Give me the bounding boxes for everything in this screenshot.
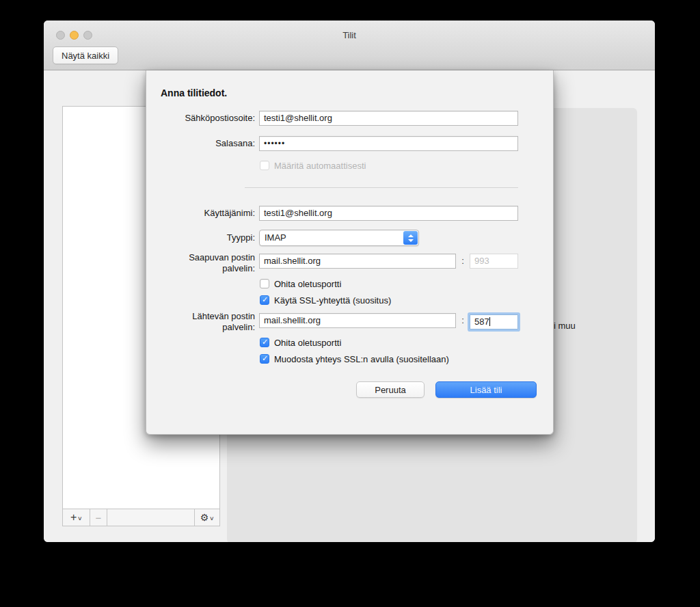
action-menu-button[interactable]: ⚙∨ [194, 509, 219, 526]
incoming-ssl-checkbox[interactable] [260, 295, 269, 305]
outgoing-server-value: mail.shellit.org [264, 315, 321, 325]
outgoing-port-input[interactable]: 587 [470, 314, 518, 329]
auto-config-label: Määritä automaattisesti [274, 161, 366, 171]
outgoing-server-input[interactable]: mail.shellit.org [259, 313, 456, 328]
outgoing-override-checkbox[interactable] [260, 338, 269, 347]
incoming-server-input[interactable]: mail.shellit.org [259, 254, 456, 269]
screen-background: Tilit Näytä kaikki +∨ − ⚙∨ i muu [0, 0, 700, 607]
title-bar: Tilit Näytä kaikki [44, 21, 655, 70]
incoming-override-row: Ohita oletusportti [260, 278, 341, 289]
incoming-server-value: mail.shellit.org [264, 256, 321, 266]
gear-icon: ⚙ [200, 512, 209, 523]
chevron-down-icon: ∨ [77, 515, 83, 522]
outgoing-port-colon: : [459, 313, 466, 328]
incoming-port-colon: : [459, 254, 466, 269]
cancel-button[interactable]: Peruuta [356, 381, 425, 398]
toolbar-spacer [107, 509, 194, 526]
outgoing-port-value: 587 [474, 316, 489, 327]
plus-icon: + [70, 511, 77, 524]
chevron-down-icon: ∨ [209, 515, 215, 522]
username-label: Käyttäjänimi: [146, 206, 255, 221]
sheet-title: Anna tilitiedot. [161, 87, 227, 98]
add-account-button[interactable]: +∨ [63, 509, 90, 526]
outgoing-ssl-label: Muodosta yhteys SSL:n avulla (suositella… [274, 354, 449, 364]
partial-occluded-text: i muu [554, 321, 576, 331]
email-input[interactable]: testi1@shellit.org [259, 111, 518, 126]
password-value: •••••• [264, 139, 285, 148]
password-label: Salasana: [146, 136, 255, 151]
outgoing-ssl-row: Muodosta yhteys SSL:n avulla (suositella… [260, 353, 449, 364]
popup-stepper-icon [403, 231, 418, 245]
account-setup-sheet: Anna tilitiedot. Sähköpostiosoite: testi… [146, 70, 554, 435]
password-input[interactable]: •••••• [259, 136, 518, 151]
incoming-server-label: Saapuvan postin palvelin: [146, 252, 255, 274]
content-area: +∨ − ⚙∨ i muu Anna tilitiedot. Sähköpost… [44, 70, 655, 542]
accounts-list-toolbar: +∨ − ⚙∨ [62, 509, 220, 526]
minus-icon: − [96, 512, 102, 524]
incoming-ssl-label: Käytä SSL-yhteyttä (suositus) [274, 295, 391, 306]
accounts-window: Tilit Näytä kaikki +∨ − ⚙∨ i muu [44, 21, 655, 542]
outgoing-override-label: Ohita oletusportti [274, 338, 341, 348]
account-type-value: IMAP [265, 232, 286, 243]
username-value: testi1@shellit.org [264, 208, 332, 218]
outgoing-server-label: Lähtevän postin palvelin: [146, 311, 255, 333]
incoming-ssl-row: Käytä SSL-yhteyttä (suositus) [260, 295, 391, 306]
type-label: Tyyppi: [146, 230, 255, 245]
section-divider [245, 187, 518, 188]
auto-config-checkbox [260, 161, 269, 170]
add-account-submit-button[interactable]: Lisää tili [435, 381, 537, 398]
username-input[interactable]: testi1@shellit.org [259, 206, 518, 221]
window-title: Tilit [44, 30, 655, 40]
email-value: testi1@shellit.org [264, 113, 332, 123]
incoming-override-checkbox[interactable] [260, 279, 269, 288]
outgoing-override-row: Ohita oletusportti [260, 337, 341, 348]
incoming-port-value: 993 [474, 256, 489, 266]
remove-account-button: − [90, 509, 107, 526]
outgoing-ssl-checkbox[interactable] [260, 354, 269, 364]
auto-config-row: Määritä automaattisesti [260, 160, 366, 171]
show-all-button[interactable]: Näytä kaikki [53, 46, 118, 64]
incoming-port-input: 993 [470, 254, 518, 269]
account-type-select[interactable]: IMAP [259, 230, 419, 246]
text-caret [489, 317, 490, 326]
incoming-override-label: Ohita oletusportti [274, 279, 341, 289]
email-label: Sähköpostiosoite: [146, 111, 255, 126]
